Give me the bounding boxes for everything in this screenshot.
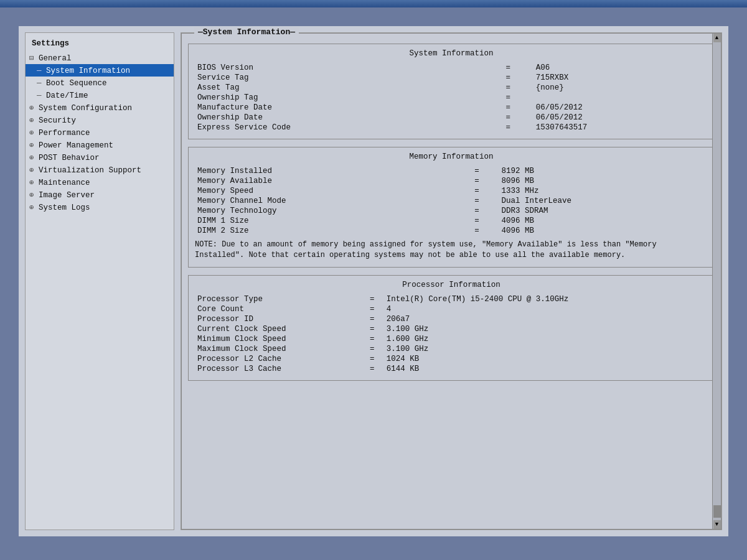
sidebar-item-label: POST Behavior [39,154,100,162]
table-row: Current Clock Speed = 3.100 GHz [195,324,708,334]
sidebar-item-image-server[interactable]: ⊕ Image Server [26,189,174,201]
sidebar-item-general[interactable]: ⊟ General [26,52,174,64]
sidebar-item-post-behavior[interactable]: ⊕ POST Behavior [26,151,174,164]
tree-prefix: ⊕ [29,140,39,149]
sidebar-item-label: System Configuration [39,104,132,113]
field-value: 8192 MB [499,166,708,176]
table-row: Ownership Date = 06/05/2012 [195,113,708,123]
field-eq: = [504,73,533,83]
field-value: DDR3 SDRAM [499,206,708,216]
sidebar-item-label: System Logs [39,203,90,212]
field-eq: = [504,83,533,93]
field-label: Maximum Clock Speed [195,344,367,354]
sidebar-item-system-information[interactable]: — System Information [26,64,174,77]
processor-info-section: Processor Information Processor Type = I… [188,275,715,381]
field-value: 3.100 GHz [384,344,708,354]
field-value: 06/05/2012 [533,103,708,113]
field-value: 4 [384,304,708,314]
field-value: 715RXBX [533,73,708,83]
table-row: Maximum Clock Speed = 3.100 GHz [195,344,708,354]
field-value: 1024 KB [384,354,708,364]
field-label: Service Tag [195,73,504,83]
tree-prefix: ⊕ [29,177,39,187]
field-value: Intel(R) Core(TM) i5-2400 CPU @ 3.10GHz [384,294,708,304]
sidebar-item-power-management[interactable]: ⊕ Power Management [26,139,174,151]
memory-info-section: Memory Information Memory Installed = 81… [188,147,715,268]
scroll-down-arrow[interactable]: ▼ [713,520,721,529]
field-value: 06/05/2012 [533,113,708,123]
field-value: 1.600 GHz [384,334,708,344]
main-panel: —System Information— System Information … [181,32,722,530]
memory-info-table: Memory Installed = 8192 MB Memory Availa… [195,166,708,236]
scrollbar-thumb[interactable] [713,505,721,518]
table-row: Manufacture Date = 06/05/2012 [195,103,708,113]
sidebar-item-label: General [39,54,72,63]
table-row: BIOS Version = A06 [195,63,708,73]
table-row: Processor L2 Cache = 1024 KB [195,354,708,364]
tree-prefix: ⊕ [29,128,39,137]
field-eq: = [504,103,533,113]
field-value: 4096 MB [499,226,708,236]
sidebar-item-performance[interactable]: ⊕ Performance [26,126,174,139]
field-label: Ownership Date [195,113,504,123]
table-row: Processor L3 Cache = 6144 KB [195,364,708,374]
field-eq: = [472,226,499,236]
field-label: Memory Installed [195,166,472,176]
sidebar-item-maintenance[interactable]: ⊕ Maintenance [26,176,174,189]
field-value: 3.100 GHz [384,324,708,334]
sidebar-title: Settings [26,38,174,52]
sidebar: Settings ⊟ General— System Information— … [25,32,174,530]
tree-prefix: ⊕ [29,165,39,174]
sidebar-item-datetime[interactable]: — Date/Time [26,89,174,101]
field-eq: = [472,206,499,216]
field-eq: = [367,304,384,314]
table-row: Ownership Tag = [195,93,708,103]
table-row: Memory Installed = 8192 MB [195,166,708,176]
sidebar-item-virtualization[interactable]: ⊕ Virtualization Support [26,164,174,176]
field-label: Core Count [195,304,367,314]
sidebar-item-system-configuration[interactable]: ⊕ System Configuration [26,101,174,114]
field-eq: = [367,294,384,304]
field-eq: = [504,123,533,133]
scrollbar[interactable]: ▲ ▼ [712,34,721,529]
scroll-up-arrow[interactable]: ▲ [713,34,721,42]
field-value: 206a7 [384,314,708,324]
tree-prefix: ⊟ [29,53,39,62]
field-label: Processor ID [195,314,367,324]
field-label: Express Service Code [195,123,504,133]
field-value: 15307643517 [533,123,708,133]
field-label: DIMM 2 Size [195,226,472,236]
field-label: Processor L2 Cache [195,354,367,364]
table-row: Memory Speed = 1333 MHz [195,186,708,196]
table-row: Memory Channel Mode = Dual InterLeave [195,196,708,206]
sidebar-item-label: Date/Time [46,91,88,100]
field-value: 1333 MHz [499,186,708,196]
field-eq: = [472,186,499,196]
sidebar-item-system-logs[interactable]: ⊕ System Logs [26,201,174,213]
tree-prefix: ⊕ [29,152,39,162]
table-row: Minimum Clock Speed = 1.600 GHz [195,334,708,344]
field-eq: = [472,216,499,226]
processor-info-table: Processor Type = Intel(R) Core(TM) i5-24… [195,294,708,374]
field-eq: = [504,63,533,73]
sidebar-item-boot-sequence[interactable]: — Boot Sequence [26,77,174,89]
field-label: Manufacture Date [195,103,504,113]
sidebar-item-label: Maintenance [39,179,90,187]
tree-prefix: — [37,65,46,75]
table-row: Core Count = 4 [195,304,708,314]
field-value: 4096 MB [499,216,708,226]
tree-prefix: ⊕ [29,103,39,112]
field-label: Ownership Tag [195,93,504,103]
field-label: Processor Type [195,294,367,304]
table-row: Memory Available = 8096 MB [195,176,708,186]
sidebar-item-label: Boot Sequence [46,79,107,88]
field-eq: = [367,334,384,344]
field-eq: = [504,113,533,123]
sidebar-item-label: Performance [39,129,90,138]
field-eq: = [472,166,499,176]
system-info-section: System Information BIOS Version = A06 Se… [188,44,715,139]
field-label: Memory Technology [195,206,472,216]
system-info-title: System Information [195,49,708,58]
field-eq: = [367,314,384,324]
sidebar-item-security[interactable]: ⊕ Security [26,114,174,126]
